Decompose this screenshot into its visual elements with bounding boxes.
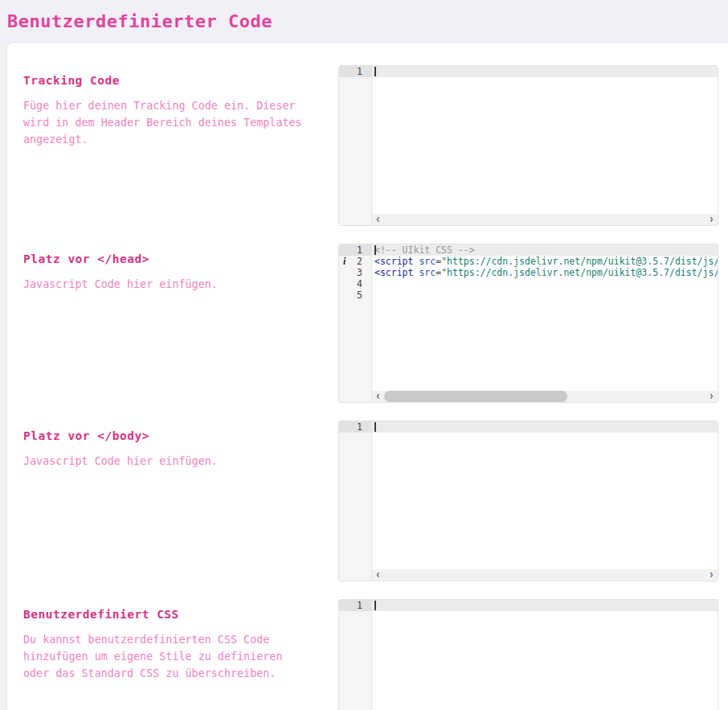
section-text-column: Tracking Code Füge hier deinen Tracking … bbox=[23, 65, 311, 226]
scrollbar-track[interactable] bbox=[384, 391, 706, 402]
code-token-attr: src bbox=[419, 267, 436, 278]
scrollbar-track[interactable] bbox=[384, 214, 706, 225]
editor-gutter: 1 bbox=[339, 66, 372, 225]
code-line[interactable] bbox=[372, 289, 718, 301]
section-heading: Tracking Code bbox=[23, 74, 311, 87]
code-editor[interactable]: 1i2345 <!-- UIkit CSS --><script src="ht… bbox=[338, 244, 718, 403]
line-number: 3 bbox=[339, 267, 371, 278]
editor-gutter: 1 bbox=[339, 421, 372, 581]
code-token-attr: src bbox=[419, 256, 436, 267]
editor-scroller: ❮ ❯ bbox=[372, 66, 718, 225]
editor-scroller: <!-- UIkit CSS --><script src="https://c… bbox=[372, 244, 718, 402]
text-cursor bbox=[374, 67, 376, 76]
scroll-right-arrow-icon[interactable]: ❯ bbox=[706, 214, 718, 225]
editor-scroller: ❮ ❯ bbox=[372, 421, 718, 581]
section-row-4: Benutzerdefiniert CSS Du kannst benutzer… bbox=[23, 599, 728, 710]
editor-content[interactable] bbox=[372, 66, 718, 214]
code-line[interactable] bbox=[372, 278, 718, 289]
section-text-column: Platz vor </body> Javascript Code hier e… bbox=[23, 421, 311, 581]
code-line[interactable]: <script src="https://cdn.jsdelivr.net/np… bbox=[372, 256, 718, 267]
info-annotation-icon: i bbox=[343, 256, 346, 267]
scroll-left-arrow-icon[interactable]: ❮ bbox=[372, 391, 384, 402]
line-number: 1 bbox=[339, 421, 371, 433]
page-title: Benutzerdefinierter Code bbox=[0, 0, 728, 31]
code-line[interactable] bbox=[372, 421, 718, 433]
editor-horizontal-scrollbar[interactable]: ❮ ❯ bbox=[372, 391, 718, 402]
code-token-string: "https://cdn.jsdelivr.net/npm/uikit@3.5.… bbox=[441, 256, 718, 267]
code-editor[interactable]: 1 ❮ ❯ bbox=[338, 65, 718, 226]
editor-content[interactable] bbox=[372, 421, 718, 569]
scroll-right-arrow-icon[interactable]: ❯ bbox=[706, 569, 718, 581]
section-row-2: Platz vor </head> Javascript Code hier e… bbox=[23, 244, 728, 403]
sections-container: Tracking Code Füge hier deinen Tracking … bbox=[23, 65, 728, 710]
editor-horizontal-scrollbar[interactable]: ❮ ❯ bbox=[372, 569, 718, 581]
code-token-tag: <script bbox=[374, 267, 413, 278]
code-token-tag: <script bbox=[374, 256, 413, 267]
line-number: 5 bbox=[339, 289, 371, 301]
scrollbar-track[interactable] bbox=[384, 569, 706, 581]
section-row-3: Platz vor </body> Javascript Code hier e… bbox=[23, 421, 728, 581]
section-heading: Platz vor </body> bbox=[23, 429, 311, 442]
editor-content[interactable] bbox=[372, 600, 718, 710]
line-number: 1 bbox=[339, 244, 371, 256]
editor-horizontal-scrollbar[interactable]: ❮ ❯ bbox=[372, 214, 718, 225]
code-line[interactable] bbox=[372, 600, 718, 611]
section-description: Füge hier deinen Tracking Code ein. Dies… bbox=[23, 97, 311, 148]
section-heading: Benutzerdefiniert CSS bbox=[23, 608, 311, 621]
text-cursor bbox=[374, 601, 376, 610]
editor-gutter: 1 bbox=[339, 600, 372, 710]
code-token-string: "https://cdn.jsdelivr.net/npm/uikit@3.5.… bbox=[441, 267, 718, 278]
code-token-comment: <!-- UIkit CSS --> bbox=[374, 244, 475, 256]
code-editor[interactable]: 1 ❮ ❯ bbox=[338, 421, 718, 581]
section-heading: Platz vor </head> bbox=[23, 252, 311, 265]
line-number: 1 bbox=[339, 600, 371, 611]
section-description: Javascript Code hier einfügen. bbox=[23, 276, 311, 293]
line-number: 4 bbox=[339, 278, 371, 289]
section-text-column: Platz vor </head> Javascript Code hier e… bbox=[23, 244, 311, 403]
editor-scroller: ❮ ❯ bbox=[372, 600, 718, 710]
line-number: i2 bbox=[339, 256, 371, 267]
scroll-left-arrow-icon[interactable]: ❮ bbox=[372, 569, 384, 581]
custom-code-card: Tracking Code Füge hier deinen Tracking … bbox=[6, 42, 728, 710]
code-line[interactable] bbox=[372, 66, 718, 77]
editor-content[interactable]: <!-- UIkit CSS --><script src="https://c… bbox=[372, 244, 718, 391]
section-description: Du kannst benutzerdefinierten CSS Code h… bbox=[23, 631, 311, 682]
editor-gutter: 1i2345 bbox=[339, 244, 372, 402]
section-row-1: Tracking Code Füge hier deinen Tracking … bbox=[23, 65, 728, 226]
section-text-column: Benutzerdefiniert CSS Du kannst benutzer… bbox=[23, 599, 311, 710]
code-editor[interactable]: 1 ❮ ❯ bbox=[338, 599, 718, 710]
text-cursor bbox=[374, 422, 376, 432]
section-description: Javascript Code hier einfügen. bbox=[23, 453, 311, 470]
text-cursor bbox=[374, 245, 376, 255]
line-number: 1 bbox=[339, 66, 371, 77]
scroll-left-arrow-icon[interactable]: ❮ bbox=[372, 214, 384, 225]
scroll-right-arrow-icon[interactable]: ❯ bbox=[706, 391, 718, 402]
code-line[interactable]: <script src="https://cdn.jsdelivr.net/np… bbox=[372, 267, 718, 278]
scrollbar-thumb[interactable] bbox=[384, 391, 567, 402]
code-line[interactable]: <!-- UIkit CSS --> bbox=[372, 244, 718, 256]
